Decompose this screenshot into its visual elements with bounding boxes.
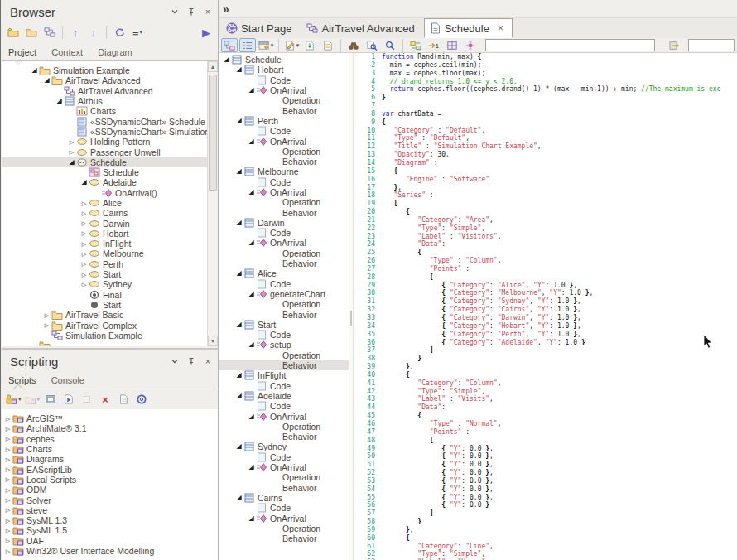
move-up-button[interactable]: ↑ — [67, 25, 84, 41]
tree-item-code[interactable]: Code — [219, 503, 349, 513]
tree-item-hobart[interactable]: ◢Hobart — [219, 65, 349, 75]
browser-close-icon[interactable]: × — [201, 5, 214, 18]
tree-item-behavior[interactable]: Behavior — [219, 207, 349, 217]
scripting-menu-chevron-icon[interactable] — [168, 355, 181, 368]
play-forward-button[interactable]: ▶ — [198, 25, 214, 41]
tree-item-behavior[interactable]: Behavior — [219, 432, 349, 442]
tree-item-onarrival[interactable]: ◢OnArrival — [219, 136, 349, 146]
expand-arrow-icon[interactable]: ▷ — [67, 139, 76, 145]
code-line[interactable]: 11 "Type" : "Default", — [354, 134, 737, 142]
tree-item-alice[interactable]: ◢Alice — [219, 268, 349, 278]
tree-item-adelaide[interactable]: ◢Adelaide — [219, 391, 349, 401]
tree-item-onarrival[interactable]: ◢OnArrival — [219, 411, 349, 421]
collapse-arrow-icon[interactable]: ◢ — [247, 87, 256, 94]
tree-item-simulation-example[interactable]: Simulation Example — [2, 331, 207, 340]
panel-overflow-chevron[interactable]: » — [223, 2, 229, 16]
expand-arrow-icon[interactable]: ▷ — [3, 497, 12, 503]
code-line[interactable]: 46 "Type" : "Normal", — [354, 420, 737, 428]
tree-item-ssdynamicchart-simulation[interactable]: «SSDynamicChart» Simulation — [2, 127, 207, 137]
code-line[interactable]: 52 { "Y": 0.0 }, — [354, 469, 737, 477]
code-line[interactable]: 12 "Title" : "Simulation Chart Example", — [354, 142, 737, 151]
code-line[interactable]: 26 "Type" : "Column", — [354, 257, 737, 265]
tree-item-archimate-3-1[interactable]: ▷ArchiMate® 3.1 — [2, 423, 218, 433]
tree-item-operation[interactable]: Operation — [219, 422, 349, 432]
delete-script-button[interactable]: × — [97, 392, 113, 408]
document-tab-start-page[interactable]: Start Page — [220, 18, 301, 38]
code-line[interactable]: 1function Rand(min, max) { — [354, 53, 737, 61]
tree-item-code[interactable]: Code — [219, 228, 349, 238]
code-line[interactable]: 3 max = cephes.floor(max); — [354, 70, 737, 78]
tree-item-item[interactable] — [2, 340, 207, 346]
tree-item-airtravel-advanced[interactable]: AirTravel Advanced — [2, 86, 207, 96]
tree-item-operation[interactable]: Operation — [219, 249, 349, 258]
expand-arrow-icon[interactable]: ▷ — [79, 230, 89, 236]
code-line[interactable]: 56 { "Y": 0.0 } — [354, 501, 737, 509]
code-line[interactable]: 18 "Series" : — [354, 191, 737, 200]
tree-item-code[interactable]: Code — [219, 452, 349, 462]
collapse-arrow-icon[interactable]: ◢ — [67, 159, 76, 166]
code-line[interactable]: 20 { — [354, 208, 737, 216]
document-tab-airtravel-advanced[interactable]: AirTravel Advanced — [301, 18, 423, 38]
tree-item-melbourne[interactable]: ◢Melbourne — [219, 167, 349, 176]
code-line[interactable]: 24 "Data": — [354, 240, 737, 249]
code-line[interactable]: 42 "Type": "Simple", — [354, 388, 737, 396]
code-line[interactable]: 41 "Category": "Column", — [354, 379, 737, 388]
tree-item-behavior[interactable]: Behavior — [219, 157, 349, 167]
expand-arrow-icon[interactable]: ▷ — [67, 149, 76, 155]
collapse-arrow-icon[interactable]: ◢ — [234, 321, 243, 328]
tab-close-icon[interactable]: × — [498, 23, 503, 33]
tree-item-uaf[interactable]: ▷UAF — [2, 536, 218, 546]
tree-item-operation[interactable]: Operation — [219, 472, 349, 482]
tree-item-local-scripts[interactable]: ▷Local Scripts — [2, 475, 218, 485]
tree-item-perth[interactable]: ▷Perth — [2, 259, 207, 269]
code-line[interactable]: 40 { — [354, 371, 737, 379]
tree-code-splitter[interactable] — [349, 53, 354, 560]
code-line[interactable]: 2 min = cephes.ceil(min); — [354, 61, 737, 70]
tree-item-adelaide[interactable]: ◢Adelaide — [2, 177, 207, 187]
code-line[interactable]: 5 return cephes.floor((cephes.drand()-1)… — [354, 85, 737, 94]
code-line[interactable]: 22 "Type": "Simple", — [354, 224, 737, 233]
code-line[interactable]: 29 { "Category": "Alice", "Y": 1.0 }, — [354, 282, 737, 290]
code-line[interactable]: 13 "Opacity": 30, — [354, 151, 737, 159]
code-line[interactable]: 27 "Points" : — [354, 265, 737, 273]
expand-arrow-icon[interactable]: ▷ — [3, 476, 12, 482]
tree-item-eascriptlib[interactable]: ▷EAScriptLib — [2, 464, 218, 474]
browser-tab-project[interactable]: Project — [7, 46, 38, 60]
code-line[interactable]: 62 "Type": "Simple", — [354, 550, 737, 558]
browser-tree-scrollbar[interactable]: ▲ ▼ — [207, 61, 218, 346]
tree-item-onarrival[interactable]: ◢OnArrival — [219, 187, 349, 197]
tree-item-schedule[interactable]: ◢Schedule — [2, 157, 207, 167]
collapse-arrow-icon[interactable]: ◢ — [79, 179, 89, 186]
tree-item-holding-pattern[interactable]: ▷Holding Pattern — [2, 137, 207, 147]
options-menu-button[interactable]: ≡▾ — [129, 25, 146, 41]
script-template-button[interactable] — [320, 38, 336, 52]
tree-item-diagrams[interactable]: ▷Diagrams — [2, 454, 218, 464]
script-properties-button[interactable] — [42, 392, 59, 408]
tree-item-onarrival[interactable]: ◢OnArrival — [219, 513, 349, 523]
scripting-tab-scripts[interactable]: Scripts — [7, 374, 38, 389]
tree-item-code[interactable]: Code — [219, 381, 349, 391]
open-project-button[interactable] — [23, 25, 40, 41]
tree-item-behavior[interactable]: Behavior — [219, 105, 349, 115]
code-line[interactable]: 60 { — [354, 534, 737, 543]
tree-item-airtravel-advanced[interactable]: ◢AirTravel Advanced — [2, 75, 207, 85]
collapse-arrow-icon[interactable]: ◢ — [234, 443, 243, 450]
editor-search-input[interactable] — [485, 39, 655, 51]
tree-item-start[interactable]: ▷Start — [2, 269, 207, 279]
tree-item-hobart[interactable]: ▷Hobart — [2, 229, 207, 239]
expand-arrow-icon[interactable]: ▷ — [3, 518, 12, 524]
code-line[interactable]: 57 ] — [354, 509, 737, 518]
tree-item-code[interactable]: Code — [219, 279, 349, 289]
expand-arrow-icon[interactable]: ▷ — [79, 272, 89, 278]
code-line[interactable]: 10 "Category" : "Default", — [354, 127, 737, 135]
code-line[interactable]: 49 { "Y": 0.0 }, — [354, 445, 737, 453]
browser-pin-icon[interactable] — [185, 5, 198, 18]
collapse-arrow-icon[interactable]: ◢ — [234, 220, 243, 226]
code-line[interactable]: 54 { "Y": 0.0 }, — [354, 485, 737, 494]
code-line[interactable]: 35 { "Category": "Perth", "Y": 1.0 }, — [354, 331, 737, 339]
collapse-arrow-icon[interactable]: ◢ — [234, 372, 243, 379]
code-line[interactable]: 33 { "Category": "Darwin", "Y": 1.0 }, — [354, 314, 737, 322]
new-script-button[interactable]: ▾ — [24, 392, 41, 408]
expand-arrow-icon[interactable]: ▷ — [79, 251, 89, 257]
tree-item-darwin[interactable]: ▷Darwin — [2, 218, 207, 228]
